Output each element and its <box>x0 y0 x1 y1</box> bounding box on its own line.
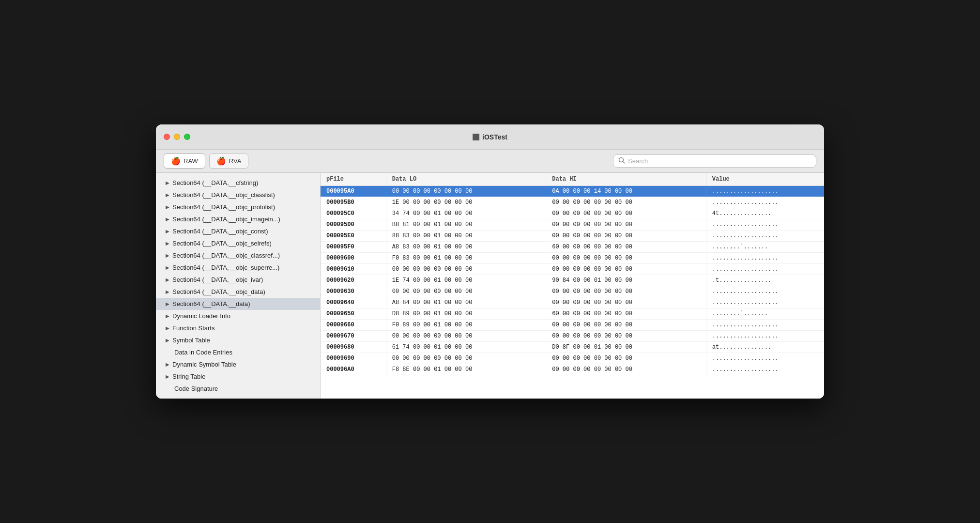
sidebar: ▶Section64 (__DATA,__cfstring)▶Section64… <box>156 173 321 399</box>
search-input[interactable] <box>628 157 811 165</box>
cell-addr: 000095F0 <box>321 242 386 253</box>
chevron-icon: ▶ <box>166 241 169 246</box>
table-row[interactable]: 00009660 F0 89 00 00 01 00 00 00 00 00 0… <box>321 320 824 331</box>
sidebar-item-cfstring[interactable]: ▶Section64 (__DATA,__cfstring) <box>156 177 320 189</box>
table-row[interactable]: 000095C0 34 74 00 00 01 00 00 00 00 00 0… <box>321 208 824 219</box>
table-row[interactable]: 00009630 00 00 00 00 00 00 00 00 00 00 0… <box>321 286 824 297</box>
cell-lo: B8 81 00 00 01 00 00 00 <box>386 219 546 231</box>
cell-hi: 00 00 00 00 00 00 00 00 <box>546 264 706 275</box>
sidebar-item-label: Section64 (__DATA,__objc_classlist) <box>172 191 275 199</box>
cell-value: 4t............... <box>706 208 824 219</box>
sidebar-item-objc_protolist[interactable]: ▶Section64 (__DATA,__objc_protolist) <box>156 201 320 213</box>
cell-hi: 00 00 00 00 00 00 00 00 <box>546 297 706 308</box>
sidebar-item-label: Symbol Table <box>172 337 210 344</box>
cell-addr: 00009640 <box>321 297 386 308</box>
sidebar-item-label: Section64 (__DATA,__objc_protolist) <box>172 203 275 211</box>
raw-icon: 🍎 <box>171 156 181 166</box>
close-button[interactable] <box>164 134 170 140</box>
cell-hi: 00 00 00 00 00 00 00 00 <box>546 253 706 264</box>
sidebar-item-objc_imagein[interactable]: ▶Section64 (__DATA,__objc_imagein...) <box>156 213 320 225</box>
cell-value: ................... <box>706 186 824 197</box>
cell-lo: 1E 74 00 00 01 00 00 00 <box>386 275 546 286</box>
sidebar-item-label: Section64 (__DATA,__data) <box>172 300 250 308</box>
sidebar-item-objc_ivar[interactable]: ▶Section64 (__DATA,__objc_ivar) <box>156 274 320 286</box>
hex-table: pFile Data LO Data HI Value 000095A0 00 … <box>321 173 824 375</box>
cell-lo: D8 89 00 00 01 00 00 00 <box>386 308 546 320</box>
chevron-icon: ▶ <box>166 229 169 234</box>
cell-addr: 00009650 <box>321 308 386 320</box>
cell-addr: 00009620 <box>321 275 386 286</box>
table-row[interactable]: 000095F0 A8 83 00 00 01 00 00 00 60 00 0… <box>321 242 824 253</box>
sidebar-item-objc_data[interactable]: ▶Section64 (__DATA,__objc_data) <box>156 286 320 298</box>
col-value: Value <box>706 173 824 186</box>
table-row[interactable]: 000095A0 00 00 00 00 00 00 00 00 0A 00 0… <box>321 186 824 197</box>
cell-addr: 000095B0 <box>321 197 386 208</box>
sidebar-item-objc_classref[interactable]: ▶Section64 (__DATA,__objc_classref...) <box>156 249 320 262</box>
sidebar-item-dynamic_symbol[interactable]: ▶Dynamic Symbol Table <box>156 358 320 370</box>
table-row[interactable]: 00009680 61 74 00 00 01 00 00 00 D0 8F 0… <box>321 342 824 353</box>
sidebar-item-objc_superre[interactable]: ▶Section64 (__DATA,__objc_superre...) <box>156 262 320 274</box>
cell-addr: 00009610 <box>321 264 386 275</box>
sidebar-item-data_in_code[interactable]: Data in Code Entries <box>156 346 320 358</box>
table-header-row: pFile Data LO Data HI Value <box>321 173 824 186</box>
table-row[interactable]: 00009650 D8 89 00 00 01 00 00 00 60 00 0… <box>321 308 824 320</box>
cell-lo: F8 8E 00 00 01 00 00 00 <box>386 364 546 375</box>
table-row[interactable]: 00009670 00 00 00 00 00 00 00 00 00 00 0… <box>321 331 824 342</box>
sidebar-item-label: Section64 (__DATA,__objc_data) <box>172 288 265 295</box>
titlebar: iOSTest <box>156 124 824 150</box>
table-row[interactable]: 00009610 00 00 00 00 00 00 00 00 00 00 0… <box>321 264 824 275</box>
minimize-button[interactable] <box>174 134 180 140</box>
chevron-icon: ▶ <box>166 374 169 379</box>
chevron-icon: ▶ <box>166 277 169 282</box>
table-row[interactable]: 000095E0 88 83 00 00 01 00 00 00 00 00 0… <box>321 231 824 242</box>
sidebar-item-code_signature[interactable]: Code Signature <box>156 383 320 395</box>
sidebar-item-dynamic_loader[interactable]: ▶Dynamic Loader Info <box>156 310 320 322</box>
cell-value: ................... <box>706 231 824 242</box>
cell-addr: 000096A0 <box>321 364 386 375</box>
window-title-text: iOSTest <box>482 133 507 141</box>
cell-lo: 61 74 00 00 01 00 00 00 <box>386 342 546 353</box>
sidebar-item-function_starts[interactable]: ▶Function Starts <box>156 322 320 334</box>
sidebar-item-string_table[interactable]: ▶String Table <box>156 370 320 383</box>
table-row[interactable]: 000095D0 B8 81 00 00 01 00 00 00 00 00 0… <box>321 219 824 231</box>
sidebar-item-label: Data in Code Entries <box>174 349 232 356</box>
sidebar-item-objc_const[interactable]: ▶Section64 (__DATA,__objc_const) <box>156 225 320 237</box>
cell-hi: 90 84 00 00 01 00 00 00 <box>546 275 706 286</box>
tab-raw[interactable]: 🍎 RAW <box>164 154 205 169</box>
cell-hi: 00 00 00 00 00 00 00 00 <box>546 208 706 219</box>
cell-lo: 00 00 00 00 00 00 00 00 <box>386 264 546 275</box>
cell-hi: 60 00 00 00 00 00 00 00 <box>546 242 706 253</box>
data-panel: pFile Data LO Data HI Value 000095A0 00 … <box>321 173 824 399</box>
cell-addr: 00009630 <box>321 286 386 297</box>
col-data-hi: Data HI <box>546 173 706 186</box>
table-row[interactable]: 000095B0 1E 00 00 00 00 00 00 00 00 00 0… <box>321 197 824 208</box>
svg-line-1 <box>623 162 625 164</box>
table-row[interactable]: 00009690 00 00 00 00 00 00 00 00 00 00 0… <box>321 353 824 364</box>
chevron-icon: ▶ <box>166 216 169 222</box>
table-row[interactable]: 000096A0 F8 8E 00 00 01 00 00 00 00 00 0… <box>321 364 824 375</box>
cell-lo: 88 83 00 00 01 00 00 00 <box>386 231 546 242</box>
sidebar-item-label: Code Signature <box>174 385 218 392</box>
table-row[interactable]: 00009620 1E 74 00 00 01 00 00 00 90 84 0… <box>321 275 824 286</box>
chevron-icon: ▶ <box>166 362 169 367</box>
chevron-icon: ▶ <box>166 180 169 185</box>
maximize-button[interactable] <box>184 134 190 140</box>
table-row[interactable]: 00009640 A8 84 00 00 01 00 00 00 00 00 0… <box>321 297 824 308</box>
table-row[interactable]: 00009600 F0 83 00 00 01 00 00 00 00 00 0… <box>321 253 824 264</box>
sidebar-item-objc_classlist[interactable]: ▶Section64 (__DATA,__objc_classlist) <box>156 189 320 201</box>
main-window: iOSTest 🍎 RAW 🍎 RVA ▶Section64 (__DATA,_… <box>156 124 824 399</box>
cell-hi: 00 00 00 00 00 00 00 00 <box>546 320 706 331</box>
cell-hi: 60 00 00 00 00 00 00 00 <box>546 308 706 320</box>
cell-value: ................... <box>706 331 824 342</box>
sidebar-item-objc_selrefs[interactable]: ▶Section64 (__DATA,__objc_selrefs) <box>156 237 320 249</box>
cell-value: at............... <box>706 342 824 353</box>
cell-addr: 00009600 <box>321 253 386 264</box>
sidebar-item-label: Dynamic Loader Info <box>172 312 230 320</box>
traffic-lights <box>164 134 190 140</box>
sidebar-item-label: Section64 (__DATA,__objc_const) <box>172 228 268 235</box>
sidebar-item-symbol_table[interactable]: ▶Symbol Table <box>156 334 320 346</box>
sidebar-item-data[interactable]: ▶Section64 (__DATA,__data) <box>156 298 320 310</box>
tab-rva[interactable]: 🍎 RVA <box>209 154 249 169</box>
sidebar-item-label: Section64 (__DATA,__cfstring) <box>172 179 258 186</box>
cell-addr: 000095D0 <box>321 219 386 231</box>
